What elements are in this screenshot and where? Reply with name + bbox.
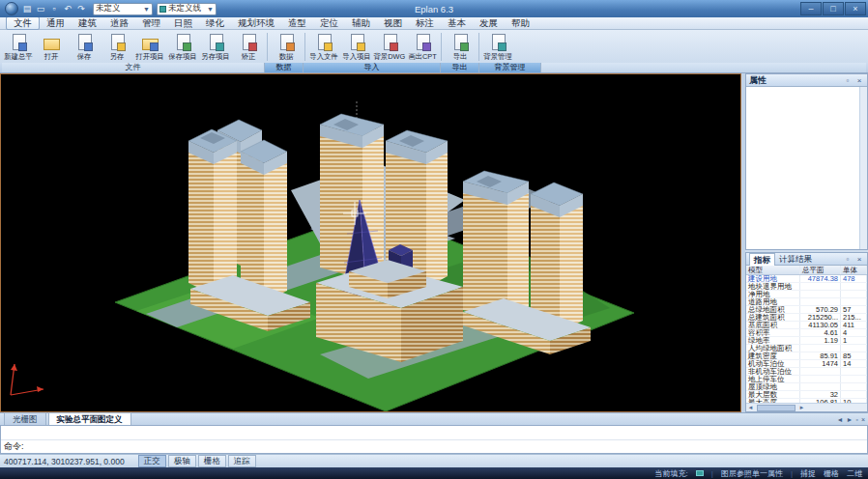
command-input[interactable] xyxy=(27,442,864,452)
viewport-3d[interactable] xyxy=(0,73,741,412)
table-row[interactable]: 建筑密度85.9185 xyxy=(746,352,867,360)
toggle-grid[interactable]: 栅格 xyxy=(198,455,226,467)
table-row[interactable]: 地上停车位 xyxy=(746,376,867,383)
scroll-right-icon[interactable]: ► xyxy=(797,405,806,410)
pin-icon[interactable]: ▫ xyxy=(843,255,853,264)
menu-item[interactable]: 道路 xyxy=(103,17,135,29)
properties-panel: 属性 ▫ × xyxy=(745,73,868,250)
toolbar-button-background-manager[interactable]: 背景管理 xyxy=(481,31,514,63)
toolbar-button-new-site-plan[interactable]: 新建总平 xyxy=(2,31,35,63)
toolbar-button-save[interactable]: 保存 xyxy=(68,31,101,63)
menu-item[interactable]: 发展 xyxy=(473,17,505,29)
layer-reference-label[interactable]: 图层参照单一属性 xyxy=(721,468,783,479)
tab-metrics[interactable]: 指标 xyxy=(749,253,775,266)
toolbar-button-output-cpt[interactable]: 画出CPT xyxy=(406,31,439,63)
save-project-as-icon xyxy=(205,33,226,51)
toolbar-button-import-file[interactable]: 导入文件 xyxy=(307,31,340,63)
app-menu-button[interactable] xyxy=(5,2,18,15)
toggle-track[interactable]: 追踪 xyxy=(228,455,256,467)
menu-item[interactable]: 通用 xyxy=(40,17,72,29)
toolbar-button-save-as[interactable]: 另存 xyxy=(101,31,133,63)
scroll-left-icon[interactable]: ◄ xyxy=(746,405,755,410)
doc-tab-siteplan-definition[interactable]: 实验总平面图定义 xyxy=(48,412,131,425)
toolbar-button-import-project[interactable]: 导入项目 xyxy=(340,31,373,63)
menu-item[interactable]: 基本 xyxy=(441,17,473,29)
table-row[interactable]: 道路用地 xyxy=(746,298,867,306)
tab-scroll-left-icon[interactable]: ◄ xyxy=(837,416,844,423)
metrics-panel: 指标 计算结果 ▫ × 模型 总平面 单体 建设用地47874.38478 地块… xyxy=(745,252,868,412)
toolbar-button-background-dwg[interactable]: 背景DWG xyxy=(373,31,406,63)
table-row[interactable]: 机动车泊位147414 xyxy=(746,360,867,368)
right-panel-column: 属性 ▫ × 指标 计算结果 ▫ × xyxy=(745,73,868,412)
menu-item[interactable]: 视图 xyxy=(377,17,409,29)
menu-item[interactable]: 建筑 xyxy=(72,17,103,29)
menu-item[interactable]: 管理 xyxy=(135,17,167,29)
metrics-horizontal-scrollbar[interactable]: ◄ ► xyxy=(746,403,867,411)
tab-calc-results[interactable]: 计算结果 xyxy=(775,253,816,265)
menu-item[interactable]: 规划环境 xyxy=(231,17,281,29)
undo-icon[interactable]: ↶ xyxy=(62,3,73,14)
group-label-export: 导出 xyxy=(441,63,479,72)
table-row[interactable]: 容积率4.614 xyxy=(746,329,867,337)
command-history[interactable] xyxy=(1,426,867,440)
properties-scrollbar[interactable] xyxy=(859,87,867,249)
menu-item-file[interactable]: 文件 xyxy=(6,16,40,30)
toolbar-button-correct[interactable]: 矫正 xyxy=(232,31,265,63)
linetype-dropdown[interactable]: 未定义线 ▼ xyxy=(157,3,217,15)
open-icon[interactable]: ▭ xyxy=(35,3,46,14)
maximize-button[interactable]: □ xyxy=(823,2,844,15)
close-button[interactable]: × xyxy=(845,2,866,15)
grid-toggle[interactable]: 栅格 xyxy=(824,468,839,479)
toggle-ortho[interactable]: 正交 xyxy=(138,455,166,467)
menu-item[interactable]: 造型 xyxy=(281,17,313,29)
new-icon[interactable]: ▫ xyxy=(48,3,60,14)
table-row[interactable]: 总绿地面积570.2957 xyxy=(746,306,867,314)
site-model-3d xyxy=(1,74,740,411)
table-row[interactable]: 最大层数32 xyxy=(746,391,867,399)
bottom-dark-bar: 当前填充: | 图层参照单一属性 | 捕捉 栅格 二维 xyxy=(0,467,868,479)
fill-color-swatch[interactable] xyxy=(696,470,704,476)
redo-icon[interactable]: ↷ xyxy=(75,3,87,14)
menu-item[interactable]: 日照 xyxy=(167,17,199,29)
ucs-axis-icon xyxy=(11,364,43,395)
toolbar-button-export[interactable]: 导出 xyxy=(444,31,477,63)
menu-item[interactable]: 标注 xyxy=(409,17,441,29)
table-row[interactable]: 净用地 xyxy=(746,291,867,298)
toolbar-button-open-project[interactable]: 打开项目 xyxy=(133,31,166,63)
toolbar-button-data[interactable]: 数据 xyxy=(270,31,303,63)
table-row[interactable]: 建设用地47874.38478 xyxy=(746,275,867,283)
minimize-button[interactable]: – xyxy=(800,2,822,15)
close-icon[interactable]: × xyxy=(854,255,864,264)
toggle-polar[interactable]: 极轴 xyxy=(168,455,196,467)
table-row[interactable]: 总建筑面积215250...215... xyxy=(746,314,867,322)
table-row[interactable]: 屋顶绿地 xyxy=(746,383,867,391)
tab-scroll-right-icon[interactable]: ► xyxy=(846,416,853,423)
toolbar-button-save-project-as[interactable]: 另存项目 xyxy=(199,31,232,63)
close-icon[interactable]: × xyxy=(861,416,865,423)
divider: | xyxy=(711,469,713,478)
table-row[interactable]: 地块退界用地 xyxy=(746,283,867,291)
menu-item[interactable]: 绿化 xyxy=(199,17,231,29)
chevron-down-icon: ▼ xyxy=(207,6,214,13)
table-row[interactable]: 人均绿地面积 xyxy=(746,345,867,352)
menu-item[interactable]: 定位 xyxy=(313,17,345,29)
mode-2d-toggle[interactable]: 二维 xyxy=(847,468,862,479)
save-icon[interactable]: ▤ xyxy=(21,3,33,14)
close-icon[interactable]: × xyxy=(854,76,864,85)
metrics-panel-header: 指标 计算结果 ▫ × xyxy=(746,253,867,266)
scrollbar-thumb[interactable] xyxy=(757,405,796,411)
snap-toggle[interactable]: 捕捉 xyxy=(800,468,816,479)
pin-icon[interactable]: ▫ xyxy=(843,76,853,85)
pin-icon[interactable]: ▫ xyxy=(855,416,857,423)
table-row[interactable]: 非机动车泊位 xyxy=(746,368,867,376)
doc-tab-raster[interactable]: 光栅图 xyxy=(4,412,46,425)
table-row[interactable]: 绿地率1.191 xyxy=(746,337,867,345)
command-prompt-row: 命令: xyxy=(1,440,867,453)
menu-item[interactable]: 辅助 xyxy=(345,17,377,29)
table-row[interactable]: 基底面积41130.05411 xyxy=(746,322,867,329)
menu-item-help[interactable]: 帮助 xyxy=(505,17,536,29)
toolbar-button-open[interactable]: 打开 xyxy=(35,31,68,63)
open-folder-icon xyxy=(41,33,62,51)
toolbar-button-save-project[interactable]: 保存项目 xyxy=(166,31,199,63)
style-dropdown[interactable]: 未定义 ▼ xyxy=(93,3,153,15)
